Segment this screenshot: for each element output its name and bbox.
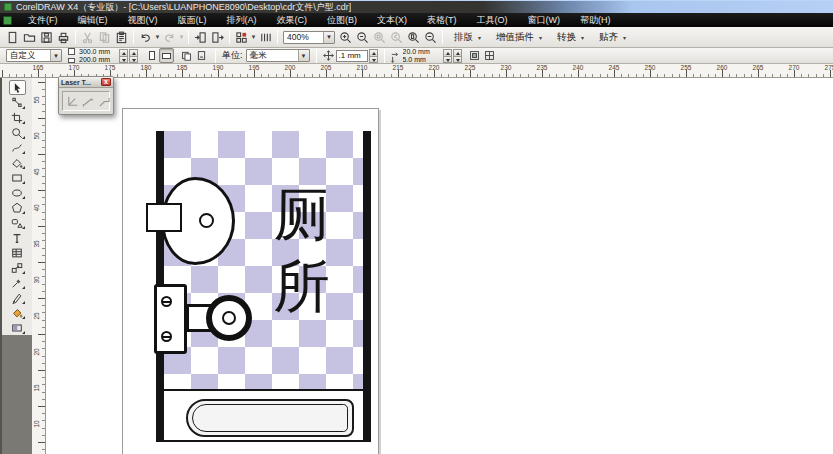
paper-height-stepper[interactable]	[129, 49, 138, 62]
bathtub-area[interactable]	[164, 389, 363, 442]
floating-toolbar-titlebar[interactable]: Laser T... x	[59, 77, 113, 88]
polygon-tool[interactable]	[9, 200, 26, 215]
import-button[interactable]	[192, 29, 209, 46]
zoom-to-page-button[interactable]	[405, 29, 422, 46]
smart-fill-tool[interactable]	[9, 155, 26, 170]
application-launcher-button[interactable]	[233, 29, 250, 46]
menu-item-6[interactable]: 效果(C)	[267, 13, 318, 27]
chevron-down-icon[interactable]: ▾	[579, 34, 586, 41]
toolbar-button-排版[interactable]: 排版▾	[446, 29, 488, 46]
chevron-down-icon[interactable]: ▼	[323, 32, 334, 43]
treat-as-filled-button[interactable]	[467, 48, 482, 63]
menu-item-7[interactable]: 位图(B)	[317, 13, 367, 27]
eyedropper-tool[interactable]	[9, 275, 26, 290]
open-folder-button[interactable]	[21, 29, 38, 46]
drawing-page[interactable]: 厕所	[122, 108, 379, 454]
new-document-button[interactable]	[4, 29, 21, 46]
chevron-down-icon[interactable]: ▼	[154, 34, 161, 40]
duplicate-x-field[interactable]	[401, 48, 443, 56]
horizontal-ruler[interactable]: 1651701751801851901952002052102152202252…	[0, 64, 833, 78]
export-button[interactable]	[209, 29, 226, 46]
chevron-down-icon[interactable]: ▾	[476, 34, 483, 41]
basic-shapes-tool[interactable]	[9, 215, 26, 230]
zoom-out-button[interactable]	[354, 29, 371, 46]
blend-tool[interactable]	[9, 260, 26, 275]
laser-tools-floating-toolbar[interactable]: Laser T... x	[58, 76, 114, 115]
rectangle-tool[interactable]	[9, 170, 26, 185]
crop-tool[interactable]	[9, 110, 26, 125]
portrait-button[interactable]	[144, 48, 159, 63]
room-label[interactable]: 厕所	[271, 179, 333, 323]
zoom-in-button[interactable]	[337, 29, 354, 46]
chevron-down-icon[interactable]: ▾	[537, 34, 544, 41]
snap-options-button[interactable]	[482, 48, 497, 63]
current-page-button[interactable]	[194, 48, 209, 63]
outline-pen-tool[interactable]	[9, 290, 26, 305]
menu-item-12[interactable]: 帮助(H)	[570, 13, 621, 27]
toilet-bolt	[161, 296, 172, 307]
undo-button[interactable]	[137, 29, 154, 46]
chevron-down-icon[interactable]: ▾	[621, 34, 628, 41]
table-tool[interactable]	[9, 245, 26, 260]
text-tool[interactable]	[9, 230, 26, 245]
menu-item-9[interactable]: 表格(T)	[417, 13, 467, 27]
paste-button[interactable]	[113, 29, 130, 46]
document-icon[interactable]	[3, 16, 12, 25]
zoom-in-icon	[339, 31, 352, 44]
nudge-stepper[interactable]	[369, 49, 378, 62]
vruler-label: 30	[33, 276, 40, 283]
toolbar-button-增值插件[interactable]: 增值插件▾	[488, 29, 549, 46]
shape-tool[interactable]	[9, 95, 26, 110]
zoom-to-all-icon	[390, 31, 403, 44]
ellipse-tool[interactable]	[9, 185, 26, 200]
right-wall[interactable]	[363, 131, 371, 442]
toolbar-button-转换[interactable]: 转换▾	[549, 29, 591, 46]
page-preset-combo[interactable]: 自定义 ▼	[6, 49, 62, 62]
units-combo[interactable]: 毫米 ▼	[246, 49, 310, 62]
paper-width-field[interactable]	[77, 48, 119, 56]
menu-item-11[interactable]: 窗口(W)	[518, 13, 571, 27]
corel-online-button[interactable]	[257, 29, 274, 46]
save-button[interactable]	[38, 29, 55, 46]
duplicate-x-stepper[interactable]	[443, 49, 452, 62]
fill-tool[interactable]	[9, 305, 26, 320]
close-icon[interactable]: x	[101, 78, 111, 86]
print-button[interactable]	[55, 29, 72, 46]
chevron-down-icon[interactable]: ▼	[298, 50, 309, 61]
sink-tap[interactable]	[146, 203, 182, 232]
interactive-fill-tool[interactable]	[9, 320, 26, 335]
bathtub[interactable]	[186, 399, 354, 437]
toolbar-button-贴齐[interactable]: 贴齐▾	[591, 29, 633, 46]
toilet-tank[interactable]	[154, 284, 187, 354]
undo-icon	[139, 31, 152, 44]
menu-item-2[interactable]: 编辑(E)	[68, 13, 118, 27]
menu-item-3[interactable]: 视图(V)	[118, 13, 168, 27]
zoom-tool[interactable]	[9, 125, 26, 140]
menu-item-1[interactable]: 文件(F)	[18, 13, 68, 27]
vertical-ruler[interactable]: 555045403530252015105	[32, 78, 46, 454]
nudge-offset-icon	[323, 50, 334, 61]
menu-item-5[interactable]: 排列(A)	[217, 13, 267, 27]
toilet-bowl-inner	[222, 311, 236, 325]
sink-drain[interactable]	[199, 213, 214, 228]
menu-item-10[interactable]: 工具(O)	[467, 13, 518, 27]
snap-options-icon	[484, 50, 495, 61]
duplicate-y-stepper[interactable]	[453, 49, 462, 62]
landscape-button[interactable]	[159, 48, 174, 63]
paper-height-field[interactable]	[77, 56, 119, 64]
pick-tool[interactable]	[9, 80, 26, 95]
menu-item-8[interactable]: 文本(X)	[367, 13, 417, 27]
chevron-down-icon[interactable]: ▼	[50, 50, 61, 61]
drawing-canvas[interactable]: 厕所	[46, 78, 833, 454]
nudge-offset-field[interactable]	[336, 50, 368, 62]
zoom-level-combo[interactable]: 400% ▼	[283, 31, 335, 44]
menu-item-4[interactable]: 版面(L)	[168, 13, 217, 27]
freehand-tool[interactable]	[9, 140, 26, 155]
hruler-label: 255	[681, 64, 692, 71]
text-tool-icon	[11, 232, 23, 244]
all-pages-button[interactable]	[179, 48, 194, 63]
zoom-to-width-button[interactable]	[422, 29, 439, 46]
duplicate-y-field[interactable]	[401, 56, 443, 64]
chevron-down-icon[interactable]: ▼	[250, 34, 257, 40]
paper-width-stepper[interactable]	[119, 49, 128, 62]
